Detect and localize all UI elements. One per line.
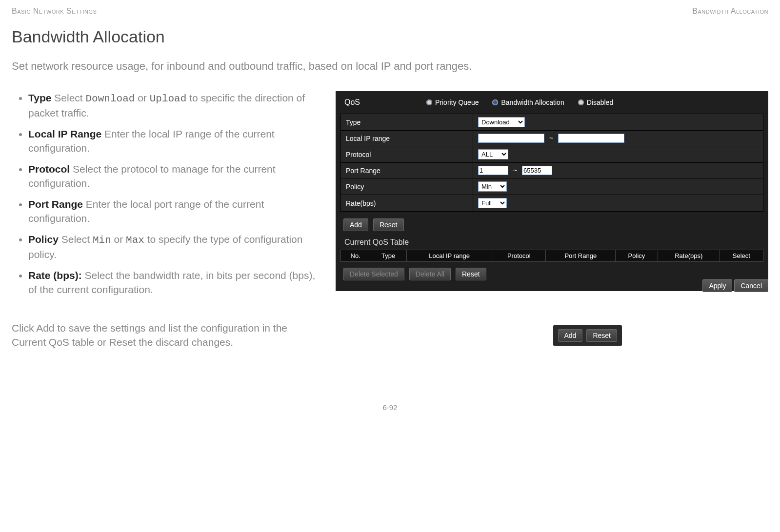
port-from-input[interactable] — [478, 166, 508, 175]
col-select: Select — [720, 250, 763, 262]
type-label: Type — [341, 114, 473, 131]
cancel-button[interactable]: Cancel — [734, 279, 768, 292]
bullet-list: Type Select Download or Upload to specif… — [12, 91, 324, 304]
callout-text: Click Add to save the settings and list … — [12, 321, 324, 350]
col-policy: Policy — [616, 250, 658, 262]
radio-icon — [426, 99, 432, 105]
code: Download — [86, 93, 135, 104]
header-right: Bandwidth Allocation — [692, 7, 768, 16]
rate-label: Rate(bps) — [341, 195, 473, 212]
protocol-label: Protocol — [341, 146, 473, 163]
radio-disabled[interactable]: Disabled — [578, 99, 613, 106]
router-panel: QoS Priority Queue Bandwidth Allocation … — [336, 91, 768, 291]
term: Policy — [28, 234, 59, 245]
page-number: 6-92 — [12, 403, 768, 412]
radio-priority-queue[interactable]: Priority Queue — [426, 99, 479, 106]
port-to-input[interactable] — [522, 166, 552, 175]
policy-label: Policy — [341, 178, 473, 195]
term: Type — [28, 92, 51, 103]
list-item: Type Select Download or Upload to specif… — [28, 91, 324, 120]
radio-icon — [578, 99, 584, 105]
qos-label: QoS — [344, 98, 413, 107]
callout-button-group: Add Reset — [553, 325, 622, 346]
col-portrange: Port Range — [546, 250, 616, 262]
ip-from-input[interactable] — [478, 134, 544, 143]
portrange-label: Port Range — [341, 163, 473, 178]
list-item: Rate (bps): Select the bandwidth rate, i… — [28, 269, 324, 297]
term: Port Range — [28, 198, 83, 210]
list-item: Port Range Enter the local port range of… — [28, 197, 324, 226]
code: Max — [126, 235, 144, 246]
col-ip: Local IP range — [406, 250, 492, 262]
code: Upload — [150, 93, 187, 104]
delete-selected-button[interactable]: Delete Selected — [343, 268, 404, 280]
term: Protocol — [28, 163, 70, 175]
term: Rate (bps): — [28, 270, 82, 281]
code: Reset — [109, 336, 136, 348]
ip-to-input[interactable] — [558, 134, 624, 143]
callout-reset-button[interactable]: Reset — [586, 329, 617, 342]
code: Add — [36, 322, 54, 334]
policy-select[interactable]: Min — [478, 181, 507, 192]
iprange-label: Local IP range — [341, 131, 473, 146]
rate-select[interactable]: Full — [478, 198, 507, 208]
delete-all-button[interactable]: Delete All — [409, 268, 451, 280]
range-sep: ~ — [510, 166, 520, 174]
list-item: Protocol Select the protocol to manage f… — [28, 162, 324, 191]
qos-table-title: Current QoS Table — [340, 235, 763, 250]
page-title: Bandwidth Allocation — [12, 27, 768, 46]
qos-table: No. Type Local IP range Protocol Port Ra… — [340, 250, 763, 262]
callout-add-button[interactable]: Add — [558, 329, 583, 342]
protocol-select[interactable]: ALL — [478, 149, 508, 159]
reset-button[interactable]: Reset — [373, 218, 404, 231]
term: Local IP Range — [28, 128, 101, 139]
radio-icon — [492, 99, 498, 105]
intro-text: Set network resource usage, for inbound … — [12, 60, 768, 73]
qos-mode-row: QoS Priority Queue Bandwidth Allocation … — [340, 96, 763, 114]
apply-button[interactable]: Apply — [702, 279, 732, 292]
col-protocol: Protocol — [492, 250, 546, 262]
col-type: Type — [370, 250, 407, 262]
header-left: Basic Network Settings — [12, 7, 97, 16]
reset-table-button[interactable]: Reset — [456, 268, 486, 280]
list-item: Policy Select Min or Max to specify the … — [28, 233, 324, 262]
col-rate: Rate(bps) — [658, 250, 720, 262]
range-sep: ~ — [546, 134, 556, 142]
add-button[interactable]: Add — [343, 218, 368, 231]
type-select[interactable]: Download — [478, 117, 525, 127]
config-table: Type Download Local IP range ~ Protocol … — [340, 114, 763, 212]
code: Min — [93, 235, 111, 246]
list-item: Local IP Range Enter the local IP range … — [28, 127, 324, 156]
col-no: No. — [341, 250, 370, 262]
radio-bandwidth-allocation[interactable]: Bandwidth Allocation — [492, 99, 564, 106]
